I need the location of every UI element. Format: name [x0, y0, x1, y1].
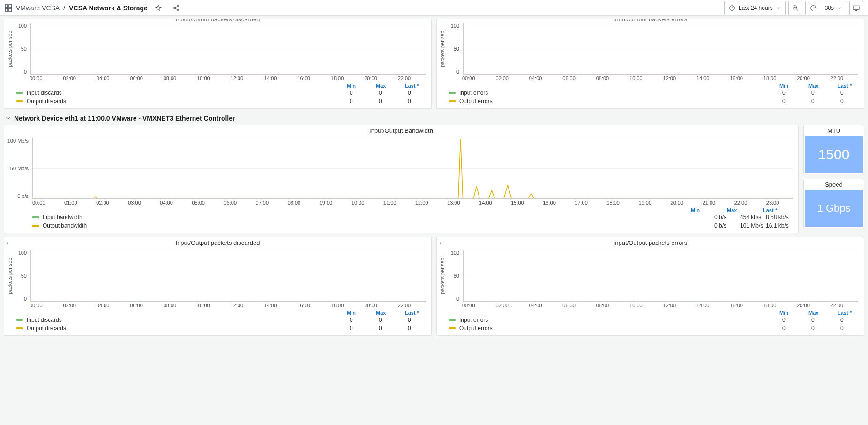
- refresh-interval-dropdown[interactable]: 30s: [821, 1, 846, 15]
- x-tick: 16:00: [297, 76, 330, 81]
- chart-plot[interactable]: 100500: [446, 250, 860, 302]
- refresh-button[interactable]: [806, 1, 821, 15]
- legend-value-last: 0: [840, 317, 859, 323]
- panel-speed[interactable]: Speed 1 Gbps: [803, 179, 864, 228]
- y-axis-label: packets per sec: [6, 23, 14, 75]
- chart-plot[interactable]: 100500: [14, 23, 427, 75]
- legend-header-min: Min: [779, 83, 798, 89]
- time-range-label: Last 24 hours: [739, 5, 773, 11]
- legend-header-max: Max: [808, 310, 827, 316]
- x-tick: 04:00: [97, 303, 130, 308]
- x-tick: 10:00: [352, 200, 383, 205]
- x-tick: 12:00: [663, 76, 696, 81]
- chart-plot[interactable]: 100500: [446, 23, 860, 75]
- speed-value: 1 Gbps: [805, 190, 863, 227]
- y-tick: 50: [446, 273, 459, 279]
- legend-color-swatch: [449, 327, 456, 329]
- x-tick: 20:00: [797, 303, 830, 308]
- y-tick: 50: [14, 273, 27, 279]
- legend-label: Output discards: [27, 325, 339, 332]
- legend-value-min: 0: [350, 317, 368, 323]
- legend-value-min: 0: [782, 90, 801, 96]
- legend-value-max: 0: [811, 317, 830, 323]
- refresh-picker[interactable]: 30s: [805, 1, 846, 15]
- favorite-button[interactable]: [151, 1, 165, 15]
- legend-header-max: Max: [376, 310, 395, 316]
- x-tick: 02:00: [495, 76, 529, 81]
- legend-label: Output errors: [459, 325, 772, 332]
- svg-point-6: [177, 9, 179, 10]
- x-tick: 04:00: [160, 200, 192, 205]
- x-tick: 20:00: [364, 303, 397, 308]
- legend-header-last: Last *: [838, 83, 856, 89]
- x-tick: 00:00: [30, 303, 63, 308]
- x-tick: 17:00: [575, 200, 606, 205]
- info-icon[interactable]: i: [7, 239, 14, 246]
- svg-rect-9: [853, 6, 859, 9]
- legend-value-max: 0: [811, 98, 830, 105]
- svg-point-5: [177, 5, 179, 7]
- row-header[interactable]: Network Device eth1 at 11:00.0 VMware - …: [4, 113, 864, 125]
- page-title[interactable]: VCSA Network & Storage: [69, 4, 148, 12]
- panel-title: Speed: [804, 179, 864, 189]
- x-tick: 22:00: [831, 76, 864, 81]
- x-tick: 00:00: [462, 303, 495, 308]
- x-tick: 05:00: [192, 200, 224, 205]
- svg-rect-1: [9, 5, 12, 8]
- legend-item[interactable]: Output discards000: [16, 97, 427, 106]
- legend-item[interactable]: Input discards000: [16, 316, 427, 324]
- legend-label: Output bandwidth: [43, 222, 714, 229]
- legend-item[interactable]: Output bandwidth0 b/s101 Mb/s16.1 kb/s: [32, 221, 792, 230]
- legend-item[interactable]: Output errors000: [449, 97, 859, 106]
- legend-item[interactable]: Input bandwidth0 b/s454 kb/s8.58 kb/s: [32, 213, 792, 221]
- x-tick: 04:00: [529, 76, 562, 81]
- panel-small[interactable]: Input/Output packets errorspackets per s…: [436, 19, 864, 109]
- y-axis-label: packets per sec: [439, 23, 446, 75]
- legend-item[interactable]: Input errors000: [449, 89, 859, 97]
- y-tick: 100: [446, 250, 459, 256]
- legend-header-max: Max: [376, 83, 395, 89]
- legend-label: Input errors: [459, 90, 772, 96]
- top-bar: VMware VCSA / VCSA Network & Storage Las…: [0, 0, 868, 16]
- x-tick: 10:00: [629, 76, 663, 81]
- zoom-out-button[interactable]: [788, 1, 802, 15]
- time-range-picker[interactable]: Last 24 hours: [724, 1, 786, 15]
- x-tick: 12:00: [231, 76, 264, 81]
- x-tick: 02:00: [63, 303, 96, 308]
- x-tick: 12:00: [231, 303, 264, 308]
- breadcrumb-separator: /: [63, 4, 65, 12]
- view-mode-button[interactable]: [849, 1, 863, 15]
- legend-item[interactable]: Output discards000: [16, 324, 427, 333]
- panel-small[interactable]: iInput/Output packets errorspackets per …: [436, 237, 864, 336]
- x-tick: 20:00: [797, 76, 830, 81]
- y-tick: 100: [14, 23, 27, 29]
- svg-rect-3: [9, 8, 12, 11]
- y-tick: 50: [446, 46, 459, 52]
- panel-mtu[interactable]: MTU 1500: [803, 125, 864, 174]
- bandwidth-chart-plot[interactable]: 100 Mb/s50 Mb/s0 b/s: [6, 138, 794, 199]
- panel-small[interactable]: Input/Output packets discardedpackets pe…: [4, 19, 432, 109]
- x-tick: 02:00: [96, 200, 128, 205]
- share-button[interactable]: [169, 1, 183, 15]
- info-icon[interactable]: i: [440, 239, 446, 246]
- breadcrumb: VMware VCSA / VCSA Network & Storage: [5, 1, 183, 15]
- y-tick: 50: [14, 46, 27, 52]
- x-tick: 06:00: [562, 303, 596, 308]
- legend-header-min: Min: [347, 310, 366, 316]
- panel-small[interactable]: iInput/Output packets discardedpackets p…: [4, 237, 432, 336]
- legend-color-swatch: [449, 319, 456, 321]
- panel-bandwidth[interactable]: Input/Output Bandwidth 100 Mb/s50 Mb/s0 …: [4, 125, 799, 233]
- x-tick: 06:00: [130, 303, 163, 308]
- x-tick: 13:00: [447, 200, 479, 205]
- legend-item[interactable]: Input errors000: [449, 316, 859, 324]
- x-tick: 02:00: [495, 303, 529, 308]
- breadcrumb-folder[interactable]: VMware VCSA: [16, 4, 60, 12]
- legend-value-min: 0: [350, 98, 368, 105]
- legend-header-max: Max: [727, 207, 753, 213]
- legend-value-min: 0: [782, 317, 801, 323]
- legend-value-max: 0: [811, 90, 830, 96]
- legend-item[interactable]: Output errors000: [449, 324, 859, 333]
- legend-item[interactable]: Input discards000: [16, 89, 427, 97]
- legend-value-min: 0: [350, 90, 368, 96]
- chart-plot[interactable]: 100500: [14, 250, 427, 302]
